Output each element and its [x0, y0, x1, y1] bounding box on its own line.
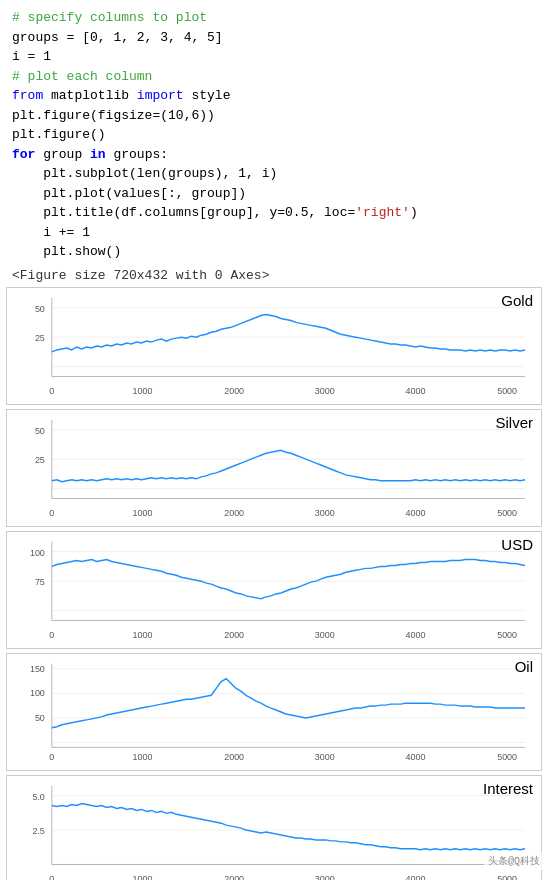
svg-text:2000: 2000 [224, 874, 244, 880]
svg-text:25: 25 [35, 455, 45, 465]
code-line-3: i = 1 [12, 47, 542, 67]
svg-text:2000: 2000 [224, 508, 244, 518]
watermark: 头条@Q科技 [484, 852, 544, 870]
svg-text:3000: 3000 [315, 508, 335, 518]
svg-text:3000: 3000 [315, 874, 335, 880]
chart-silver-title: Silver [495, 414, 533, 431]
svg-text:2000: 2000 [224, 752, 244, 762]
code-line-6: plt.figure(figsize=(10,6)) [12, 106, 542, 126]
chart-oil-title: Oil [515, 658, 533, 675]
chart-gold: Gold 50 25 0 1000 2000 3000 4000 5000 [6, 287, 542, 405]
svg-text:0: 0 [49, 630, 54, 640]
chart-usd: USD 100 75 0 1000 2000 3000 4000 5000 [6, 531, 542, 649]
code-line-10: plt.plot(values[:, group]) [12, 184, 542, 204]
svg-text:1000: 1000 [133, 386, 153, 396]
svg-text:5000: 5000 [497, 752, 517, 762]
svg-text:4000: 4000 [406, 386, 426, 396]
svg-text:5000: 5000 [497, 386, 517, 396]
chart-silver: Silver 50 25 0 1000 2000 3000 4000 5000 [6, 409, 542, 527]
svg-text:4000: 4000 [406, 630, 426, 640]
svg-text:1000: 1000 [133, 630, 153, 640]
svg-text:0: 0 [49, 874, 54, 880]
chart-usd-title: USD [501, 536, 533, 553]
chart-gold-title: Gold [501, 292, 533, 309]
svg-text:3000: 3000 [315, 386, 335, 396]
svg-text:0: 0 [49, 752, 54, 762]
svg-text:50: 50 [35, 425, 45, 435]
svg-text:50: 50 [35, 303, 45, 313]
chart-interest-svg: 5.0 2.5 0 1000 2000 3000 4000 5000 [7, 776, 541, 881]
svg-text:2000: 2000 [224, 630, 244, 640]
svg-text:4000: 4000 [406, 508, 426, 518]
svg-text:5.0: 5.0 [32, 791, 44, 801]
svg-text:5000: 5000 [497, 874, 517, 880]
svg-text:0: 0 [49, 508, 54, 518]
svg-text:1000: 1000 [133, 752, 153, 762]
svg-text:0: 0 [49, 386, 54, 396]
svg-text:4000: 4000 [406, 752, 426, 762]
figure-size-text: <Figure size 720x432 with 0 Axes> [0, 266, 554, 287]
code-line-9: plt.subplot(len(groups), 1, i) [12, 164, 542, 184]
charts-wrapper: Gold 50 25 0 1000 2000 3000 4000 5000 Si… [0, 287, 554, 881]
chart-silver-svg: 50 25 0 1000 2000 3000 4000 5000 [7, 410, 541, 526]
chart-interest-title: Interest [483, 780, 533, 797]
svg-text:3000: 3000 [315, 752, 335, 762]
svg-text:100: 100 [30, 547, 45, 557]
code-line-8: for group in groups: [12, 145, 542, 165]
code-line-4: # plot each column [12, 67, 542, 87]
svg-text:2.5: 2.5 [32, 826, 44, 836]
code-line-5: from matplotlib import style [12, 86, 542, 106]
svg-text:50: 50 [35, 712, 45, 722]
svg-text:2000: 2000 [224, 386, 244, 396]
svg-text:1000: 1000 [133, 508, 153, 518]
svg-text:1000: 1000 [133, 874, 153, 880]
svg-text:75: 75 [35, 577, 45, 587]
chart-gold-svg: 50 25 0 1000 2000 3000 4000 5000 [7, 288, 541, 404]
svg-text:5000: 5000 [497, 630, 517, 640]
code-block: # specify columns to plot groups = [0, 1… [0, 0, 554, 266]
code-line-1: # specify columns to plot [12, 8, 542, 28]
code-line-11: plt.title(df.columns[group], y=0.5, loc=… [12, 203, 542, 223]
code-line-13: plt.show() [12, 242, 542, 262]
svg-text:25: 25 [35, 333, 45, 343]
code-line-12: i += 1 [12, 223, 542, 243]
svg-text:150: 150 [30, 663, 45, 673]
chart-oil-svg: 150 100 50 0 1000 2000 3000 4000 5000 [7, 654, 541, 770]
svg-text:4000: 4000 [406, 874, 426, 880]
svg-text:3000: 3000 [315, 630, 335, 640]
svg-text:5000: 5000 [497, 508, 517, 518]
chart-oil: Oil 150 100 50 0 1000 2000 3000 4000 500… [6, 653, 542, 771]
chart-interest: Interest 5.0 2.5 0 1000 2000 3000 4000 5… [6, 775, 542, 881]
code-line-2: groups = [0, 1, 2, 3, 4, 5] [12, 28, 542, 48]
svg-text:100: 100 [30, 688, 45, 698]
chart-usd-svg: 100 75 0 1000 2000 3000 4000 5000 [7, 532, 541, 648]
code-line-7: plt.figure() [12, 125, 542, 145]
